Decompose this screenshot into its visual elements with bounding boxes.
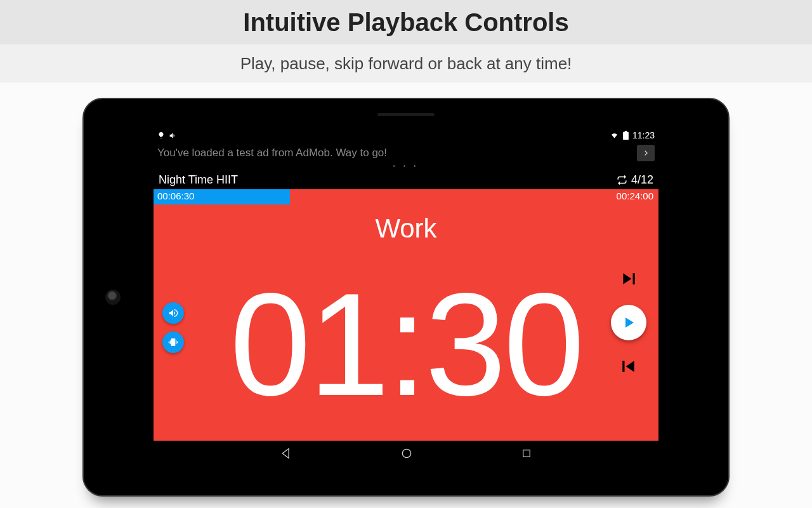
skip-back-button[interactable] — [620, 358, 637, 375]
chevron-right-icon — [643, 149, 649, 157]
pager-dots: • • • — [154, 164, 658, 170]
android-nav-bar — [154, 441, 658, 466]
svg-point-0 — [402, 449, 410, 457]
marketing-headline: Intuitive Playback Controls — [0, 0, 812, 44]
vibrate-icon — [168, 337, 178, 347]
tablet-frame: 11:23 You've loaded a test ad from AdMob… — [82, 98, 730, 497]
marketing-subhead: Play, pause, skip forward or back at any… — [0, 44, 812, 83]
android-screen: 11:23 You've loaded a test ad from AdMob… — [154, 128, 658, 466]
home-button[interactable] — [400, 447, 413, 460]
status-bar: 11:23 — [154, 128, 658, 142]
front-camera — [105, 290, 121, 305]
workout-title: Night Time HIIT — [159, 173, 238, 187]
elapsed-time: 00:06:30 — [157, 190, 194, 201]
ad-forward-button[interactable] — [637, 145, 655, 161]
ad-banner: You've loaded a test ad from AdMob. Way … — [154, 142, 658, 164]
repeat-icon — [617, 175, 627, 185]
back-button[interactable] — [280, 447, 292, 460]
play-button[interactable] — [611, 305, 646, 340]
playback-controls — [606, 204, 651, 441]
volume-icon — [169, 131, 177, 140]
countdown: 01:30 — [154, 249, 658, 441]
vibrate-toggle[interactable] — [162, 331, 184, 353]
phase-label: Work — [154, 213, 658, 244]
svg-rect-1 — [523, 450, 530, 457]
recents-button[interactable] — [521, 448, 532, 459]
stage: 11:23 You've loaded a test ad from AdMob… — [0, 83, 812, 508]
skip-previous-icon — [620, 358, 637, 375]
home-icon — [400, 447, 413, 460]
workout-title-bar: Night Time HIIT 4/12 — [154, 170, 658, 189]
total-time: 00:24:00 — [617, 190, 653, 201]
timer-panel: Work 01:30 — [154, 204, 658, 441]
progress-bar[interactable]: 00:06:30 00:24:00 — [154, 189, 658, 204]
rounds-counter: 4/12 — [631, 173, 653, 187]
recents-icon — [521, 448, 532, 459]
skip-forward-button[interactable] — [620, 271, 637, 287]
clock-label: 11:23 — [632, 130, 655, 140]
back-icon — [280, 447, 292, 460]
lightbulb-icon — [157, 131, 165, 139]
battery-icon — [623, 131, 629, 140]
sound-icon — [168, 308, 178, 318]
ad-text: You've loaded a test ad from AdMob. Way … — [157, 147, 632, 159]
skip-next-icon — [620, 271, 637, 287]
sound-toggle[interactable] — [162, 302, 184, 324]
wifi-icon — [610, 131, 619, 139]
play-icon — [621, 315, 636, 330]
